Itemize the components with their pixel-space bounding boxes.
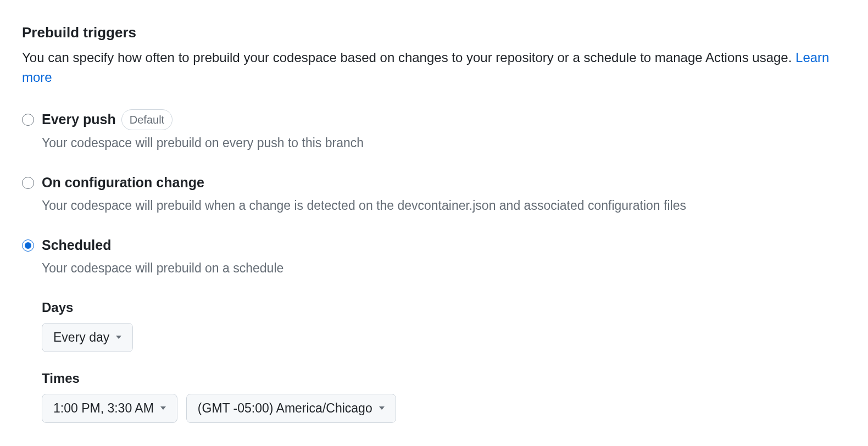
caret-down-icon xyxy=(160,406,166,410)
timezone-dropdown-value: (GMT -05:00) America/Chicago xyxy=(198,401,372,416)
radio-every-push[interactable] xyxy=(22,114,34,126)
days-dropdown[interactable]: Every day xyxy=(42,323,133,352)
times-label: Times xyxy=(42,369,846,388)
option-config-change: On configuration change Your codespace w… xyxy=(22,172,846,215)
days-label: Days xyxy=(42,298,846,317)
days-dropdown-value: Every day xyxy=(53,330,109,345)
description-every-push: Your codespace will prebuild on every pu… xyxy=(42,133,846,153)
times-dropdown-value: 1:00 PM, 3:30 AM xyxy=(53,401,154,416)
radio-config-change[interactable] xyxy=(22,177,34,189)
label-scheduled: Scheduled xyxy=(42,235,111,256)
description-scheduled: Your codespace will prebuild on a schedu… xyxy=(42,259,846,278)
description-config-change: Your codespace will prebuild when a chan… xyxy=(42,196,846,215)
days-field-group: Days Every day xyxy=(42,298,846,352)
label-every-push: Every push xyxy=(42,109,116,130)
timezone-dropdown[interactable]: (GMT -05:00) America/Chicago xyxy=(186,394,396,423)
default-badge: Default xyxy=(121,109,173,130)
label-config-change: On configuration change xyxy=(42,172,204,193)
section-description: You can specify how often to prebuild yo… xyxy=(22,48,846,87)
description-text: You can specify how often to prebuild yo… xyxy=(22,50,795,65)
schedule-fields: Days Every day Times 1:00 PM, 3: xyxy=(42,298,846,423)
caret-down-icon xyxy=(379,406,385,410)
caret-down-icon xyxy=(116,336,121,339)
times-dropdown[interactable]: 1:00 PM, 3:30 AM xyxy=(42,394,177,423)
section-title: Prebuild triggers xyxy=(22,22,846,43)
radio-scheduled[interactable] xyxy=(22,239,34,252)
prebuild-triggers-section: Prebuild triggers You can specify how of… xyxy=(22,22,846,423)
option-every-push: Every push Default Your codespace will p… xyxy=(22,109,846,153)
times-field-group: Times 1:00 PM, 3:30 AM (GMT -05:00) Amer… xyxy=(42,369,846,423)
trigger-radio-group: Every push Default Your codespace will p… xyxy=(22,109,846,423)
option-scheduled: Scheduled Your codespace will prebuild o… xyxy=(22,235,846,423)
